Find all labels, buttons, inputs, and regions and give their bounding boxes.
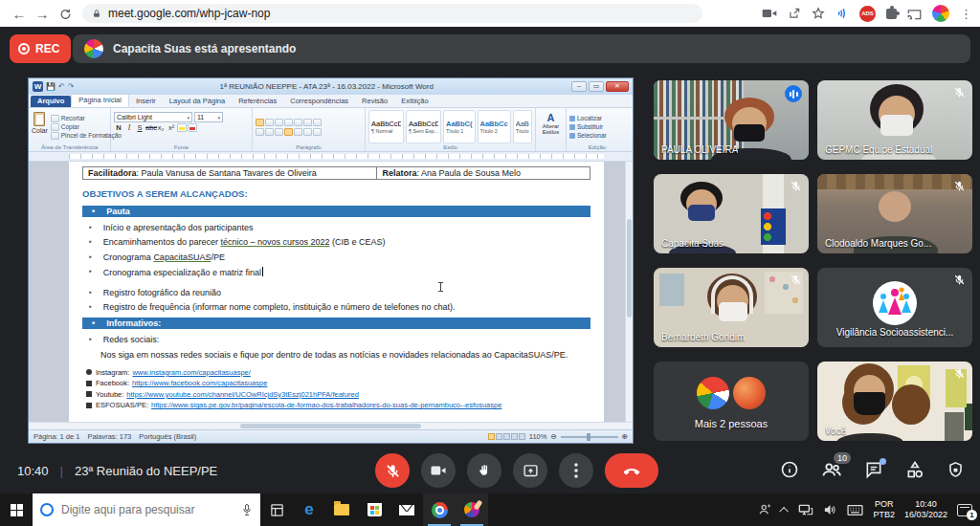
font-color-icon[interactable] <box>188 123 197 132</box>
meeting-details-button[interactable] <box>780 460 799 479</box>
zoom-in-icon[interactable]: ⊕ <box>622 432 628 441</box>
line-spacing-icon[interactable] <box>294 128 302 136</box>
taskbar-clock[interactable]: 10:4016/03/2022 <box>904 499 947 520</box>
shading-icon[interactable] <box>303 128 312 136</box>
esfosuas-link[interactable]: https://www.sigas.pe.gov.br/pagina/escol… <box>151 401 501 409</box>
back-icon[interactable]: ← <box>8 2 31 25</box>
tab-referencias[interactable]: Referências <box>232 96 283 107</box>
zoom-slider[interactable] <box>561 436 618 438</box>
chat-button[interactable] <box>864 460 883 479</box>
language-indicator[interactable]: PORPTB2 <box>873 499 895 520</box>
file-explorer-icon[interactable] <box>325 493 358 526</box>
raise-hand-button[interactable] <box>467 453 501 488</box>
present-screen-button[interactable] <box>513 453 547 488</box>
close-button[interactable]: ✕ <box>606 81 629 92</box>
quick-access-toolbar[interactable]: 💾↶↷ <box>46 82 74 91</box>
tile-vigilancia[interactable]: Vigilância Socioassistenci... <box>817 268 972 347</box>
network-icon[interactable] <box>798 503 813 516</box>
tab-layout[interactable]: Layout da Página <box>163 96 232 107</box>
instagram-link[interactable]: www.instagram.com/capacitasuaspe/ <box>132 368 250 377</box>
bullet-list-icon[interactable] <box>256 119 264 126</box>
maximize-button[interactable]: ▭ <box>589 81 604 92</box>
align-left-icon[interactable] <box>256 128 264 136</box>
align-right-icon[interactable] <box>275 128 283 136</box>
view-buttons[interactable] <box>488 433 525 440</box>
more-options-button[interactable] <box>559 453 593 488</box>
extensions-puzzle-icon[interactable] <box>886 9 897 19</box>
tile-clodoaldo[interactable]: Clodoaldo Marques Go... <box>817 174 972 253</box>
ads-extension-icon[interactable]: ADS <box>859 6 876 22</box>
language-status[interactable]: Português (Brasil) <box>139 432 196 441</box>
underline-icon[interactable]: S <box>135 123 145 132</box>
decrease-indent-icon[interactable] <box>284 119 293 126</box>
mail-icon[interactable] <box>390 493 423 526</box>
microsoft-store-icon[interactable] <box>358 493 390 526</box>
select-button[interactable]: Selecionar <box>569 132 607 139</box>
zoom-out-icon[interactable]: ⊖ <box>550 432 556 441</box>
mic-toggle-button[interactable] <box>375 453 410 488</box>
strikethrough-icon[interactable]: abc <box>145 123 155 132</box>
align-center-icon[interactable] <box>265 128 274 136</box>
camera-toggle-button[interactable] <box>421 453 456 488</box>
facebook-link[interactable]: https://www.facebook.com/capacitasuaspe <box>132 379 267 387</box>
tab-arquivo[interactable]: Arquivo <box>31 96 71 107</box>
horizontal-scrollbar[interactable] <box>29 422 633 429</box>
style-normal[interactable]: AaBbCcDc¶ Normal <box>368 110 404 143</box>
style-sem-espaco[interactable]: AaBbCcDc¶ Sem Esp... <box>406 110 441 143</box>
share-icon[interactable] <box>788 7 801 20</box>
italic-icon[interactable]: I <box>124 123 134 132</box>
vertical-scrollbar[interactable] <box>625 162 633 422</box>
search-input[interactable] <box>61 503 214 516</box>
borders-icon[interactable] <box>313 128 322 136</box>
sort-icon[interactable] <box>303 119 312 126</box>
tile-capacita-suas[interactable]: Capacita Suas <box>654 174 809 253</box>
youtube-link[interactable]: https://www.youtube.com/channel/UCOwRIcj… <box>126 390 359 399</box>
tile-voce[interactable]: Você <box>817 362 972 441</box>
tab-inserir[interactable]: Inserir <box>129 96 163 107</box>
start-button[interactable] <box>0 493 33 526</box>
justify-icon[interactable] <box>284 128 293 136</box>
tile-gepmc[interactable]: GEPMC Equipe Estadual <box>817 80 972 160</box>
sound-wave-extension-icon[interactable] <box>835 7 849 20</box>
replace-button[interactable]: Substituir <box>569 123 607 130</box>
tab-pagina-inicial[interactable]: Página Inicial <box>71 94 129 107</box>
taskbar-search[interactable] <box>33 493 260 526</box>
pilcrow-icon[interactable] <box>313 119 322 126</box>
find-button[interactable]: Localizar <box>569 115 607 121</box>
bookmark-star-icon[interactable] <box>812 7 825 20</box>
highlight-color-icon[interactable] <box>177 123 187 132</box>
edge-icon[interactable]: e <box>293 493 325 526</box>
multilevel-list-icon[interactable] <box>275 119 283 126</box>
document-page[interactable]: Facilitadora: Paula Vanusa de Santana Ta… <box>69 162 604 422</box>
tab-exibicao[interactable]: Exibição <box>394 96 434 107</box>
paint-3d-icon[interactable] <box>456 493 488 526</box>
tab-correspondencias[interactable]: Correspondências <box>283 96 355 107</box>
browser-menu-icon[interactable]: ⋮ <box>960 7 972 21</box>
numbered-list-icon[interactable] <box>265 119 274 126</box>
task-view-button[interactable] <box>260 493 293 526</box>
people-tray-icon[interactable] <box>758 503 772 516</box>
font-format-buttons[interactable]: N I S abc x₂ x² <box>114 123 249 132</box>
minimize-button[interactable]: – <box>571 81 587 92</box>
reload-icon[interactable] <box>54 2 77 25</box>
action-center-button[interactable]: 1 <box>957 504 972 516</box>
style-titulo[interactable]: AaBTítulo <box>513 110 532 143</box>
font-name-combo[interactable]: Calibri Light▾ <box>114 112 192 122</box>
activities-button[interactable] <box>905 460 924 479</box>
volume-icon[interactable] <box>823 503 837 516</box>
tray-chevron-up-icon[interactable] <box>780 506 790 515</box>
zoom-level[interactable]: 110% <box>529 432 547 441</box>
tab-revisao[interactable]: Revisão <box>355 96 394 107</box>
bold-icon[interactable]: N <box>114 123 123 132</box>
style-titulo2[interactable]: AaBbCcTítulo 2 <box>478 110 511 143</box>
forward-icon[interactable]: → <box>31 2 54 25</box>
font-size-combo[interactable]: 11▾ <box>194 112 223 122</box>
camera-tab-icon[interactable] <box>762 8 777 19</box>
search-mic-icon[interactable] <box>241 503 253 516</box>
style-titulo1[interactable]: AaBbC(Título 1 <box>443 110 476 143</box>
superscript-icon[interactable]: x² <box>167 123 176 132</box>
paste-button[interactable]: Colar <box>32 110 48 143</box>
increase-indent-icon[interactable] <box>294 119 302 126</box>
touch-keyboard-icon[interactable] <box>847 504 863 516</box>
address-bar[interactable]: meet.google.com/whp-jcaw-nop <box>82 4 702 23</box>
